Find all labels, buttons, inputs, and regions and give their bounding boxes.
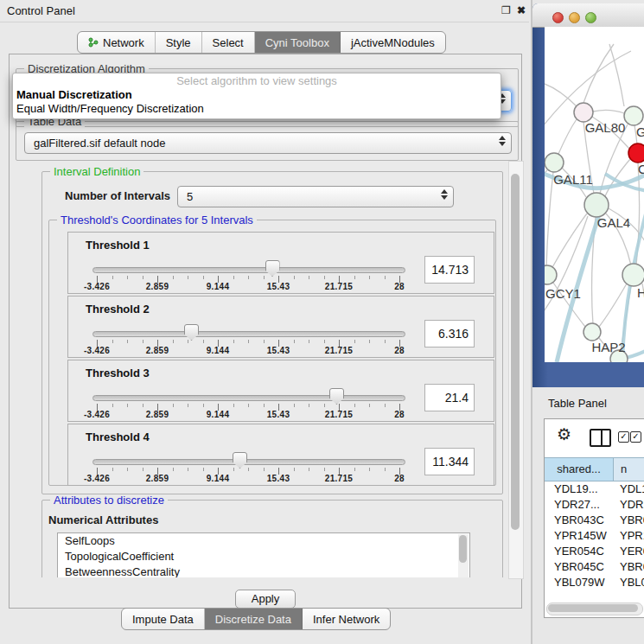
table-row[interactable]: YDR27...YDR2 (545, 497, 644, 513)
zoom-traffic-light[interactable] (585, 12, 596, 23)
checkbox-icon-1[interactable]: ✓ (618, 431, 629, 443)
table-row[interactable]: YBR043CYBR0 (545, 513, 644, 528)
tab-impute-data[interactable]: Impute Data (122, 609, 205, 629)
tab-network[interactable]: Network (78, 32, 156, 53)
table-horizontal-scrollbar[interactable] (546, 603, 643, 615)
threshold-panel: Threshold 1-3.4262.8599.14415.4321.71528 (67, 232, 494, 294)
tab-cyni-toolbox[interactable]: Cyni Toolbox (255, 32, 341, 53)
tab-style[interactable]: Style (156, 32, 202, 53)
threshold-value-input[interactable] (424, 256, 475, 284)
table-horizontal-scrollbar-thumb[interactable] (548, 604, 638, 612)
attributes-scrollbar-thumb[interactable] (459, 535, 467, 563)
attributes-scrollbar[interactable] (458, 534, 469, 577)
threshold-value-input[interactable] (424, 384, 475, 411)
interval-definition-title: Interval Definition (50, 166, 143, 177)
checkbox-icon-2[interactable]: ✓ (630, 431, 641, 443)
label-h: H (637, 285, 644, 300)
thresholds-group-title: Threshold's Coordinates for 5 Intervals (57, 214, 257, 226)
number-of-intervals-label: Number of Intervals (65, 189, 170, 202)
cell-shared-name: YBR043C (545, 513, 620, 528)
threshold-label: Threshold 3 (86, 367, 150, 379)
node-gcy1[interactable] (545, 265, 557, 284)
close-traffic-light[interactable] (552, 12, 564, 23)
apply-button[interactable]: Apply (235, 590, 296, 609)
threshold-slider-thumb[interactable] (329, 388, 344, 405)
cell-shared-name: YPR145W (545, 528, 620, 544)
attributes-group-title: Attributes to discretize (50, 494, 168, 506)
tab-discretize-data[interactable]: Discretize Data (205, 609, 303, 629)
tab-infer-network-label: Infer Network (313, 613, 379, 626)
threshold-slider-thumb[interactable] (233, 452, 247, 469)
float-window-icon[interactable]: ❐ (501, 4, 511, 16)
network-graph: GAL80 GA C GAL11 GAL4 GCY1 H HAP2 (545, 27, 644, 362)
threshold-label: Threshold 1 (86, 239, 150, 252)
label-gal4: GAL4 (597, 215, 630, 230)
tab-infer-network[interactable]: Infer Network (303, 609, 390, 629)
tab-discretize-data-label: Discretize Data (215, 613, 291, 626)
cell-name: YDR2 (620, 497, 644, 513)
bottom-tab-bar: Impute Data Discretize Data Infer Networ… (121, 608, 391, 630)
table-row[interactable]: YPR145WYPR1 (545, 528, 644, 544)
cell-name: YBR0 (620, 559, 644, 575)
screen: Control Panel ❐ ✖ Network Style Select C… (0, 0, 644, 644)
table-header-row: shared... n (545, 457, 644, 481)
threshold-slider-track[interactable] (92, 459, 405, 465)
combo-stepper-icon (499, 136, 506, 146)
threshold-slider-track[interactable] (92, 395, 405, 401)
cell-name: YER0 (620, 544, 644, 559)
node-h[interactable] (622, 264, 644, 286)
node-top-right[interactable] (624, 106, 643, 125)
main-scrollbar-thumb[interactable] (511, 174, 520, 530)
threshold-label: Threshold 2 (86, 303, 150, 316)
cell-name: YDL1 (620, 481, 644, 497)
network-canvas[interactable]: GAL80 GA C GAL11 GAL4 GCY1 H HAP2 (545, 27, 644, 362)
threshold-value-input[interactable] (424, 320, 475, 348)
cell-shared-name: YBL079W (545, 575, 620, 590)
label-hap2: HAP2 (591, 340, 625, 354)
gear-icon: ⚙ (557, 425, 571, 443)
label-gal11: GAL11 (553, 172, 593, 187)
tab-jactivemnodules[interactable]: jActiveMNodules (341, 32, 445, 53)
table-data-combobox[interactable]: galFiltered.sif default node (24, 132, 512, 154)
table-row[interactable]: YBL079WYBL0 (545, 575, 644, 590)
table-settings-button[interactable]: ⚙ (557, 426, 571, 443)
split-columns-icon[interactable] (590, 429, 611, 447)
column-header-name[interactable]: n (614, 457, 644, 481)
tab-network-label: Network (103, 36, 144, 49)
node-hap2[interactable] (583, 323, 601, 341)
attribute-list-item[interactable]: SelfLoops (58, 533, 469, 549)
node-gal80[interactable] (574, 103, 593, 122)
tab-jactivemnodules-label: jActiveMNodules (351, 36, 435, 49)
table-row[interactable]: YBR045CYBR0 (545, 559, 644, 575)
main-scrollbar[interactable] (508, 161, 524, 579)
minimize-traffic-light[interactable] (569, 12, 580, 23)
label-gal80: GAL80 (585, 120, 626, 135)
numerical-attributes-list[interactable]: SelfLoopsTopologicalCoefficientBetweenne… (57, 532, 470, 577)
threshold-slider-thumb[interactable] (184, 324, 199, 341)
node-red-selected[interactable] (628, 143, 644, 163)
attribute-list-item[interactable]: BetweennessCentrality (58, 564, 469, 577)
cell-shared-name: YDR27... (545, 497, 620, 513)
close-window-icon[interactable]: ✖ (517, 4, 526, 16)
threshold-value-input[interactable] (424, 448, 475, 475)
combo-stepper-icon (441, 189, 448, 200)
threshold-slider-thumb[interactable] (265, 260, 280, 277)
table-row[interactable]: YER054CYER0 (545, 544, 644, 559)
threshold-panel: Threshold 3-3.4262.8599.14415.4321.71528 (67, 360, 494, 422)
tab-select[interactable]: Select (202, 32, 255, 53)
threshold-slider-track[interactable] (92, 267, 405, 273)
tab-impute-data-label: Impute Data (132, 613, 194, 626)
number-of-intervals-value: 5 (187, 190, 193, 203)
table-row[interactable]: YDL19...YDL1 (545, 481, 644, 497)
column-header-shared-name[interactable]: shared... (545, 457, 614, 481)
network-icon (88, 37, 99, 48)
cell-shared-name: YER054C (545, 544, 620, 559)
node-gal11[interactable] (545, 153, 564, 172)
attribute-list-item[interactable]: TopologicalCoefficient (58, 549, 469, 564)
threshold-slider-track[interactable] (92, 331, 405, 337)
table-rows[interactable]: YDL19...YDL1YDR27...YDR2YBR043CYBR0YPR14… (545, 481, 644, 590)
number-of-intervals-combobox[interactable]: 5 (177, 186, 454, 207)
algorithm-option-equal-width[interactable]: Equal Width/Frequency Discretization (13, 102, 501, 116)
node-gal4[interactable] (584, 193, 609, 217)
algorithm-option-manual[interactable]: Manual Discretization (13, 88, 501, 102)
